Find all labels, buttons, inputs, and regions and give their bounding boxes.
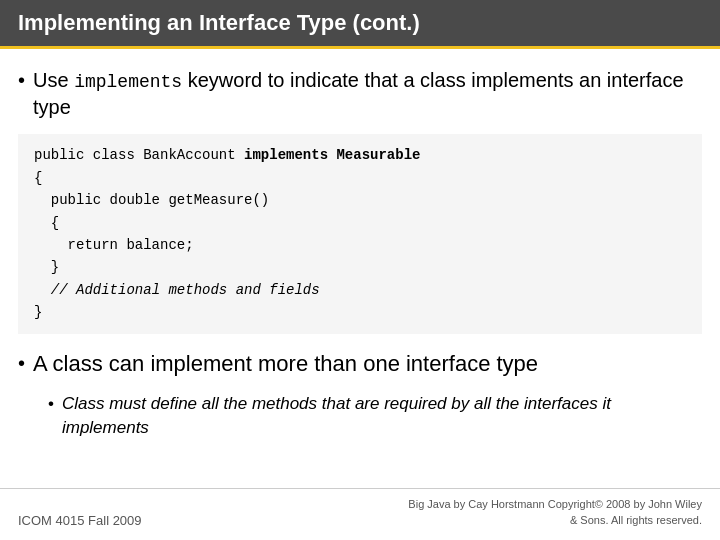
code-block: public class BankAccount implements Meas… (18, 134, 702, 333)
footer-course: ICOM 4015 Fall 2009 (18, 513, 142, 528)
slide-title: Implementing an Interface Type (cont.) (18, 10, 420, 35)
bullet-1-text: Use implements keyword to indicate that … (33, 67, 702, 120)
code-comment: // Additional methods and fields (51, 282, 320, 298)
slide-footer: ICOM 4015 Fall 2009 Big Java by Cay Hors… (0, 488, 720, 540)
code-implements: implements (74, 72, 182, 92)
footer-copyright: Big Java by Cay Horstmann Copyright© 200… (408, 497, 702, 528)
sub-bullet-1: • Class must define all the methods that… (48, 392, 702, 440)
bullet-2-text: A class can implement more than one inte… (33, 350, 538, 379)
slide-header: Implementing an Interface Type (cont.) (0, 0, 720, 49)
slide: Implementing an Interface Type (cont.) •… (0, 0, 720, 540)
code-line-6: } (34, 256, 686, 278)
code-line-3: public double getMeasure() (34, 189, 686, 211)
code-line-8: } (34, 301, 686, 323)
bullet-symbol-2: • (18, 350, 25, 376)
code-line-2: { (34, 167, 686, 189)
code-line-4: { (34, 212, 686, 234)
sub-bullet-symbol: • (48, 392, 54, 416)
code-line-5: return balance; (34, 234, 686, 256)
sub-bullet-text: Class must define all the methods that a… (62, 392, 702, 440)
bullet-1: • Use implements keyword to indicate tha… (18, 67, 702, 120)
slide-content: • Use implements keyword to indicate tha… (0, 49, 720, 488)
bullet-symbol-1: • (18, 67, 25, 93)
code-line-7: // Additional methods and fields (34, 279, 686, 301)
code-line-1: public class BankAccount implements Meas… (34, 144, 686, 166)
code-implements-kw: implements Measurable (244, 147, 420, 163)
bullet-2: • A class can implement more than one in… (18, 350, 702, 379)
